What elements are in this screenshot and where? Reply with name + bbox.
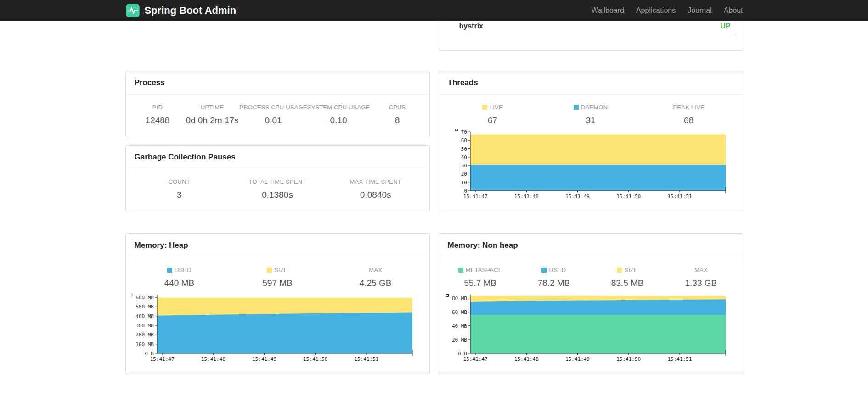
svg-text:500 MB: 500 MB bbox=[135, 304, 154, 310]
svg-text:40: 40 bbox=[461, 154, 467, 160]
stat-cpus: CPUS 8 bbox=[370, 104, 425, 125]
main-content: hystrix UP Process PID 12488 UPTIME 0d 0… bbox=[125, 0, 743, 374]
svg-text:15:41:49: 15:41:49 bbox=[252, 356, 276, 362]
legend-swatch-daemon bbox=[574, 105, 579, 110]
stat-nonheap-metaspace: METASPACE 55.7 MB bbox=[444, 267, 517, 288]
svg-text:15:41:48: 15:41:48 bbox=[514, 194, 538, 199]
nav-item-about[interactable]: About bbox=[724, 6, 743, 15]
svg-text:10: 10 bbox=[461, 180, 467, 186]
threads-card-title: Threads bbox=[439, 71, 743, 95]
legend-swatch-heap-used bbox=[167, 268, 172, 273]
brand-title: Spring Boot Admin bbox=[145, 5, 237, 17]
memory-heap-card: Memory: Heap USED 440 MB SIZE 597 MB bbox=[125, 233, 430, 374]
process-card-title: Process bbox=[126, 71, 429, 95]
navbar-inner: Spring Boot Admin Wallboard Applications… bbox=[125, 0, 743, 21]
nav-item-applications[interactable]: Applications bbox=[636, 6, 676, 15]
gc-card-title: Garbage Collection Pauses bbox=[126, 146, 429, 169]
threads-legend: LIVE 67 DAEMON 31 PEAK LIVE 6 bbox=[439, 95, 743, 125]
nonheap-chart-wrap: 0 B20 MB40 MB60 MB80 MB15:41:4715:41:481… bbox=[439, 288, 743, 374]
stat-threads-live: LIVE 67 bbox=[444, 104, 542, 125]
svg-text:600 MB: 600 MB bbox=[135, 295, 154, 301]
memory-heap-chart: 0 B100 MB200 MB300 MB400 MB500 MB600 MB1… bbox=[131, 292, 416, 364]
svg-text:200 MB: 200 MB bbox=[135, 332, 154, 338]
svg-text:20 MB: 20 MB bbox=[451, 337, 467, 343]
row-top: hystrix UP bbox=[125, 21, 743, 51]
svg-text:30: 30 bbox=[461, 163, 467, 169]
svg-text:20: 20 bbox=[461, 171, 467, 177]
svg-text:15:41:49: 15:41:49 bbox=[565, 194, 590, 199]
gc-card: Garbage Collection Pauses COUNT 3 TOTAL … bbox=[125, 145, 430, 211]
nav-item-wallboard[interactable]: Wallboard bbox=[591, 6, 624, 15]
svg-text:15:41:47: 15:41:47 bbox=[463, 356, 487, 362]
svg-text:15:41:47: 15:41:47 bbox=[150, 356, 174, 362]
stat-gc-count: COUNT 3 bbox=[130, 178, 229, 200]
legend-swatch-live bbox=[482, 105, 487, 110]
nonheap-legend: METASPACE 55.7 MB USED 78.2 MB SIZE bbox=[439, 257, 743, 288]
heap-legend: USED 440 MB SIZE 597 MB MAX 4 bbox=[126, 257, 429, 288]
stat-nonheap-used: USED 78.2 MB bbox=[517, 267, 591, 288]
memory-nonheap-card: Memory: Non heap METASPACE 55.7 MB USED … bbox=[439, 233, 743, 374]
threads-chart-wrap: 01020304050607015:41:4715:41:4815:41:491… bbox=[439, 125, 743, 211]
svg-text:50: 50 bbox=[461, 146, 467, 152]
stat-gc-total-time: TOTAL TIME SPENT 0.1380s bbox=[228, 178, 327, 200]
threads-chart: 01020304050607015:41:4715:41:4815:41:491… bbox=[445, 129, 729, 202]
svg-text:15:41:49: 15:41:49 bbox=[565, 356, 590, 362]
row-bottom: Memory: Heap USED 440 MB SIZE 597 MB bbox=[125, 233, 743, 374]
svg-text:15:41:47: 15:41:47 bbox=[463, 194, 487, 199]
row-middle: Process PID 12488 UPTIME 0d 0h 2m 17s PR… bbox=[125, 71, 743, 211]
row-top-spacer bbox=[125, 21, 430, 51]
svg-text:400 MB: 400 MB bbox=[135, 313, 154, 319]
stat-pid: PID 12488 bbox=[130, 104, 185, 125]
stat-heap-max: MAX 4.25 GB bbox=[327, 267, 425, 288]
stat-threads-peak: PEAK LIVE 68 bbox=[640, 104, 738, 125]
svg-text:70: 70 bbox=[461, 129, 467, 135]
stat-heap-used: USED 440 MB bbox=[130, 267, 229, 288]
stat-heap-size: SIZE 597 MB bbox=[228, 267, 327, 288]
nav-item-journal[interactable]: Journal bbox=[688, 6, 711, 15]
legend-swatch-nonheap-size bbox=[617, 268, 622, 273]
stat-gc-max-time: MAX TIME SPENT 0.0840s bbox=[327, 178, 425, 200]
svg-text:15:41:51: 15:41:51 bbox=[667, 194, 692, 199]
process-stats: PID 12488 UPTIME 0d 0h 2m 17s PROCESS CP… bbox=[126, 95, 429, 137]
memory-nonheap-chart: 0 B20 MB40 MB60 MB80 MB15:41:4715:41:481… bbox=[445, 292, 729, 364]
stat-threads-daemon: DAEMON 31 bbox=[541, 104, 640, 125]
svg-text:60: 60 bbox=[461, 137, 467, 143]
gc-stats: COUNT 3 TOTAL TIME SPENT 0.1380s MAX TIM… bbox=[126, 169, 429, 211]
nav-links: Wallboard Applications Journal About bbox=[591, 6, 743, 15]
stat-uptime: UPTIME 0d 0h 2m 17s bbox=[185, 104, 240, 125]
stat-system-cpu: SYSTEM CPU USAGE 0.10 bbox=[307, 104, 370, 125]
legend-swatch-nonheap-used bbox=[541, 268, 547, 273]
threads-card: Threads LIVE 67 DAEMON 31 bbox=[439, 71, 743, 211]
svg-text:15:41:48: 15:41:48 bbox=[201, 356, 225, 362]
memory-heap-title: Memory: Heap bbox=[126, 234, 429, 257]
brand-link[interactable]: Spring Boot Admin bbox=[125, 3, 237, 18]
left-column: Process PID 12488 UPTIME 0d 0h 2m 17s PR… bbox=[125, 71, 430, 211]
stat-nonheap-size: SIZE 83.5 MB bbox=[591, 267, 664, 288]
heap-chart-wrap: 0 B100 MB200 MB300 MB400 MB500 MB600 MB1… bbox=[126, 288, 429, 374]
svg-text:80 MB: 80 MB bbox=[451, 296, 467, 302]
svg-text:15:41:50: 15:41:50 bbox=[303, 356, 327, 362]
memory-nonheap-title: Memory: Non heap bbox=[439, 234, 743, 257]
application-status-badge: UP bbox=[720, 22, 730, 30]
process-card: Process PID 12488 UPTIME 0d 0h 2m 17s PR… bbox=[125, 71, 430, 137]
svg-text:40 MB: 40 MB bbox=[451, 323, 467, 329]
legend-swatch-heap-size bbox=[267, 268, 272, 273]
svg-text:100 MB: 100 MB bbox=[135, 342, 154, 347]
svg-text:300 MB: 300 MB bbox=[135, 323, 154, 329]
application-name: hystrix bbox=[459, 22, 483, 30]
legend-swatch-metaspace bbox=[458, 268, 463, 273]
svg-text:15:41:51: 15:41:51 bbox=[667, 356, 692, 362]
svg-text:15:41:50: 15:41:50 bbox=[616, 356, 641, 362]
stat-process-cpu: PROCESS CPU USAGE 0.01 bbox=[240, 104, 307, 125]
svg-text:15:41:50: 15:41:50 bbox=[616, 194, 641, 199]
spring-boot-admin-logo-icon bbox=[125, 3, 140, 18]
stat-nonheap-max: MAX 1.33 GB bbox=[664, 267, 738, 288]
svg-text:15:41:51: 15:41:51 bbox=[354, 356, 378, 362]
svg-text:15:41:48: 15:41:48 bbox=[514, 356, 538, 362]
navbar: Spring Boot Admin Wallboard Applications… bbox=[0, 0, 868, 21]
svg-text:60 MB: 60 MB bbox=[451, 309, 467, 315]
